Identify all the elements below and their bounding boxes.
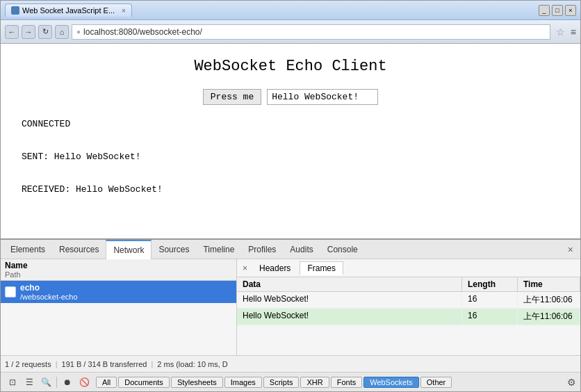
output-line-1: CONNECTED xyxy=(22,116,566,132)
filter-pills: All Documents Stylesheets Images Scripts… xyxy=(96,377,452,388)
dock-button[interactable]: ⊡ xyxy=(5,375,20,390)
devtools-status: 1 / 2 requests | 191 B / 314 B transferr… xyxy=(1,355,580,372)
fh-data: Data xyxy=(237,277,462,291)
fh-time: Time xyxy=(518,277,580,291)
filter-websockets[interactable]: WebSockets xyxy=(363,377,419,388)
record-button[interactable]: ⏺ xyxy=(60,375,75,390)
output-line-4 xyxy=(22,165,566,181)
address-icon: ● xyxy=(76,28,81,35)
toolbar-separator xyxy=(56,377,57,388)
tab-elements[interactable]: Elements xyxy=(3,240,52,259)
title-bar: Web Socket JavaScript E... × _ □ × xyxy=(1,1,580,20)
devtools-close-button[interactable]: × xyxy=(564,244,578,255)
close-button[interactable]: × xyxy=(565,5,576,16)
status-timing: 2 ms (load: 10 ms, D xyxy=(157,360,227,368)
status-requests: 1 / 2 requests xyxy=(5,360,51,368)
row-path: /websocket-echo xyxy=(20,293,78,301)
frames-table: Data Length Time Hello WebSocket! 16 上午1… xyxy=(237,277,580,355)
home-button[interactable]: ⌂ xyxy=(55,25,69,39)
menu-button[interactable]: ≡ xyxy=(571,26,576,38)
row-name: echo xyxy=(20,283,78,293)
output-line-3: SENT: Hello WebSocket! xyxy=(22,149,566,165)
page-content: WebSocket Echo Client Press me CONNECTED… xyxy=(1,44,580,391)
sub-tab-close-button[interactable]: × xyxy=(240,263,250,273)
devtools-tabs: Elements Resources Network Sources Timel… xyxy=(1,240,580,259)
address-bar[interactable]: ● localhost:8080/websocket-echo/ xyxy=(72,24,550,40)
fh-length: Length xyxy=(462,277,518,291)
maximize-button[interactable]: □ xyxy=(552,5,563,16)
frame-row-2[interactable]: Hello WebSocket! 16 上午11:06:06 xyxy=(237,309,580,325)
search-button[interactable]: 🔍 xyxy=(38,375,54,390)
filter-xhr[interactable]: XHR xyxy=(300,377,329,388)
row-icon xyxy=(5,286,16,297)
fc-time-1: 上午11:06:06 xyxy=(518,292,580,308)
col-path-header: Path xyxy=(5,270,232,279)
frame-row-1[interactable]: Hello WebSocket! 16 上午11:06:06 xyxy=(237,292,580,309)
fc-length-2: 16 xyxy=(462,309,518,325)
devtools-body: Name Path echo /websocket-echo × xyxy=(1,259,580,355)
filter-scripts[interactable]: Scripts xyxy=(263,377,300,388)
back-button[interactable]: ← xyxy=(5,25,19,39)
tab-audits[interactable]: Audits xyxy=(283,240,320,259)
clear-button[interactable]: 🚫 xyxy=(76,375,92,390)
output-line-5: RECEIVED: Hello WebSocket! xyxy=(22,181,566,197)
tab-resources[interactable]: Resources xyxy=(52,240,106,259)
page-title: WebSocket Echo Client xyxy=(194,58,386,75)
filter-fonts[interactable]: Fonts xyxy=(331,377,363,388)
fc-time-2: 上午11:06:06 xyxy=(518,309,580,325)
forward-button[interactable]: → xyxy=(22,25,35,39)
window-controls: _ □ × xyxy=(539,5,576,16)
fc-data-1: Hello WebSocket! xyxy=(237,292,462,308)
col-name-header: Name xyxy=(5,261,232,270)
press-me-button[interactable]: Press me xyxy=(203,89,261,105)
filter-all[interactable]: All xyxy=(96,377,117,388)
filter-images[interactable]: Images xyxy=(224,377,262,388)
network-col-headers: Name Path xyxy=(1,259,236,281)
tab-network[interactable]: Network xyxy=(106,240,152,259)
sub-tab-headers[interactable]: Headers xyxy=(252,261,298,275)
browser-window: Web Socket JavaScript E... × _ □ × ← → ↻… xyxy=(0,0,581,392)
sub-tab-frames[interactable]: Frames xyxy=(300,261,343,275)
tab-title: Web Socket JavaScript E... xyxy=(22,6,115,15)
list-button[interactable]: ☰ xyxy=(22,375,37,390)
sub-tabs: × Headers Frames xyxy=(237,259,580,277)
form-row: Press me xyxy=(203,89,378,105)
network-list: Name Path echo /websocket-echo xyxy=(1,259,237,355)
bookmark-button[interactable]: ☆ xyxy=(556,26,565,38)
tab-close-button[interactable]: × xyxy=(122,7,126,15)
network-row[interactable]: echo /websocket-echo xyxy=(1,281,236,303)
settings-button[interactable]: ⚙ xyxy=(567,377,576,388)
filter-other[interactable]: Other xyxy=(420,377,452,388)
nav-bar: ← → ↻ ⌂ ● localhost:8080/websocket-echo/… xyxy=(1,20,580,44)
tab-timeline[interactable]: Timeline xyxy=(196,240,241,259)
output-area: CONNECTED SENT: Hello WebSocket! RECEIVE… xyxy=(15,116,566,197)
fc-length-1: 16 xyxy=(462,292,518,308)
filter-documents[interactable]: Documents xyxy=(118,377,170,388)
tab-favicon xyxy=(11,6,19,15)
status-transfer: 191 B / 314 B transferred xyxy=(62,360,147,368)
filter-stylesheets[interactable]: Stylesheets xyxy=(171,377,223,388)
devtools-panel: Elements Resources Network Sources Timel… xyxy=(1,238,580,391)
browser-tab[interactable]: Web Socket JavaScript E... × xyxy=(5,3,132,17)
frames-header: Data Length Time xyxy=(237,277,580,292)
url-text: localhost:8080/websocket-echo/ xyxy=(83,27,202,37)
tab-profiles[interactable]: Profiles xyxy=(241,240,283,259)
network-right: × Headers Frames Data Length Time Hello … xyxy=(237,259,580,355)
minimize-button[interactable]: _ xyxy=(539,5,550,16)
web-page: WebSocket Echo Client Press me CONNECTED… xyxy=(1,44,580,238)
output-line-2 xyxy=(22,132,566,148)
tab-console[interactable]: Console xyxy=(320,240,365,259)
row-names: echo /websocket-echo xyxy=(20,283,78,301)
tab-sources[interactable]: Sources xyxy=(152,240,196,259)
fc-data-2: Hello WebSocket! xyxy=(237,309,462,325)
message-input[interactable] xyxy=(267,89,378,105)
refresh-button[interactable]: ↻ xyxy=(38,25,52,39)
devtools-toolbar: ⊡ ☰ 🔍 ⏺ 🚫 All Documents Stylesheets Imag… xyxy=(1,372,580,391)
